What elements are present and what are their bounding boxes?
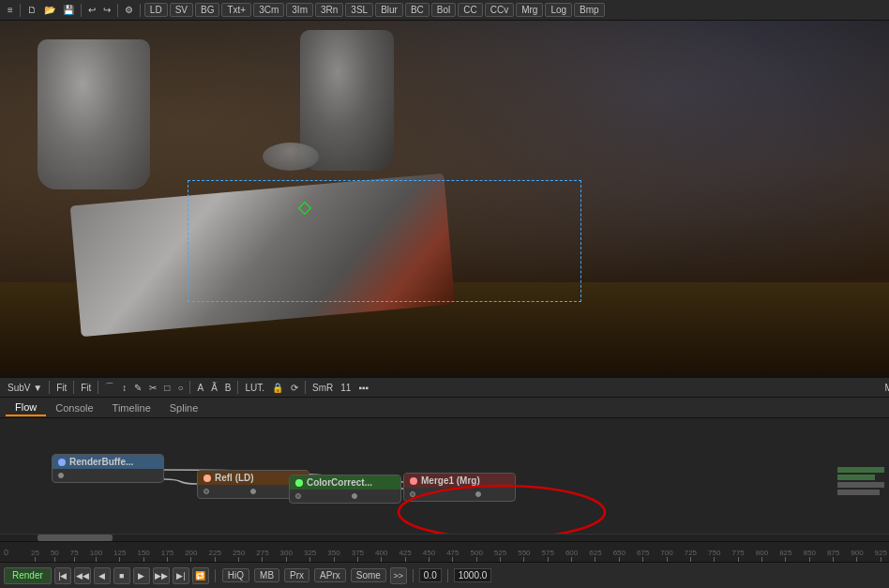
toolbar-tab-blur[interactable]: Blur [375, 3, 403, 17]
fit-btn-2[interactable]: Fit [77, 382, 95, 394]
tab-spline[interactable]: Spline [160, 400, 208, 415]
tick-group-775: 775 [731, 549, 744, 562]
toolbar-tab-ld[interactable]: LD [144, 3, 168, 17]
port-in-dot-m1[interactable] [410, 491, 415, 497]
frame-counter-total[interactable]: 1000.0 [454, 568, 492, 582]
port-out-dot-m1[interactable] [475, 491, 481, 497]
toolbar-tab-cc[interactable]: CC [458, 3, 482, 17]
tick-group-300: 300 [280, 549, 293, 562]
tool-icon-rect[interactable]: □ [160, 382, 173, 394]
toolbar-icon-open[interactable]: 📂 [40, 4, 59, 16]
toolbar-tab-3sl[interactable]: 3SL [345, 3, 373, 17]
refresh-btn[interactable]: ⟳ [287, 382, 302, 394]
toolbar-tab-3rn[interactable]: 3Rn [315, 3, 343, 17]
tool-icon-4[interactable]: ✂ [145, 382, 160, 394]
viewport-area: SubV ▼ Fit Fit ⌒ ↕ ✎ ✂ □ ○ A Ã B LUT. 🔒 … [0, 21, 889, 588]
fit-btn-1[interactable]: Fit [53, 382, 70, 394]
main-layout: SubV ▼ Fit Fit ⌒ ↕ ✎ ✂ □ ○ A Ã B LUT. 🔒 … [0, 21, 889, 588]
text-btn-afont[interactable]: Ã [207, 382, 221, 394]
port-in-dot-cc[interactable] [295, 493, 301, 499]
toolbar-icon-settings[interactable]: ⚙ [121, 4, 137, 16]
toolbar-tab-ccv[interactable]: CCv [485, 3, 514, 17]
play-to-end[interactable]: ▶| [173, 567, 189, 584]
toolbar-tab-3im[interactable]: 3Im [286, 3, 313, 17]
hiq-btn[interactable]: HiQ [222, 568, 249, 582]
viewport-3d[interactable] [0, 21, 889, 377]
timeline-ticks: const tl = document.querySelector('.time… [12, 542, 889, 562]
tick-group-125: 125 [113, 549, 126, 562]
tool-icon-2[interactable]: ↕ [118, 382, 130, 394]
tick-group-650: 650 [613, 549, 625, 562]
sep4 [140, 4, 141, 17]
node-editor-scrollbar[interactable] [0, 534, 889, 541]
toolbar-tab-bol[interactable]: Bol [431, 3, 456, 17]
loop-btn[interactable]: 🔁 [192, 567, 209, 584]
toolbar-tab-bc[interactable]: BC [405, 3, 429, 17]
toolbar-tab-sv[interactable]: SV [170, 3, 193, 17]
timeline-ruler[interactable]: 0 const tl = document.querySelector('.ti… [0, 541, 889, 562]
smr-value[interactable]: 11 [337, 382, 354, 394]
node-renderbuffer[interactable]: RenderBuffe... [52, 454, 164, 483]
lock-btn[interactable]: 🔒 [268, 382, 287, 394]
toolbar-tab-3cm[interactable]: 3Cm [253, 3, 284, 17]
tab-console[interactable]: Console [46, 400, 102, 415]
menu-file[interactable]: ≡ [4, 4, 17, 16]
prx-btn[interactable]: Prx [284, 568, 309, 582]
toolbar-tab-txt+[interactable]: Txt+ [221, 3, 251, 17]
sep [98, 381, 98, 394]
tab-flow[interactable]: Flow [6, 400, 46, 416]
aprx-btn[interactable]: APrx [314, 568, 346, 582]
text-btn-a[interactable]: A [193, 382, 207, 394]
tick-group-150: 150 [137, 549, 149, 562]
node-renderbuffer-label: RenderBuffe... [69, 457, 133, 467]
node-colorcorrect[interactable]: ColorCorrect... [289, 475, 401, 504]
port-in-dot-refl[interactable] [203, 489, 209, 494]
toolbar-tab-log[interactable]: Log [545, 3, 572, 17]
subv-dropdown[interactable]: SubV ▼ [4, 382, 46, 394]
toolbar-icon-redo[interactable]: ↪ [99, 4, 114, 16]
toolbar-tab-mrg[interactable]: Mrg [516, 3, 543, 17]
viewport-bottom-toolbar: SubV ▼ Fit Fit ⌒ ↕ ✎ ✂ □ ○ A Ã B LUT. 🔒 … [0, 377, 889, 398]
smr-gauge[interactable]: ▪▪▪ [354, 382, 372, 394]
toolbar-tab-bmp[interactable]: Bmp [574, 3, 605, 17]
node-cc-label: ColorCorrect... [307, 477, 372, 488]
tick-group-500: 500 [470, 549, 482, 562]
step-back[interactable]: ◀◀ [74, 567, 91, 584]
scrollbar-thumb[interactable] [38, 535, 113, 541]
toolbar-tab-bg[interactable]: BG [195, 3, 219, 17]
toolbar-icon-undo[interactable]: ↩ [84, 4, 99, 16]
tick-group-875: 875 [827, 549, 839, 562]
tick-group-100: 100 [90, 549, 102, 562]
node-merge1-port [410, 490, 509, 498]
port-out-dot-cc[interactable] [352, 493, 357, 499]
mb-btn[interactable]: MB [254, 568, 279, 582]
step-fwd[interactable]: ▶▶ [153, 567, 170, 584]
some-btn[interactable]: Some [351, 568, 386, 582]
render-button[interactable]: Render [4, 567, 52, 584]
play-back[interactable]: ◀ [94, 567, 111, 584]
node-editor[interactable]: Flow Console Timeline Spline ℹ [0, 398, 889, 534]
forward-skip[interactable]: >> [390, 567, 407, 584]
frame-counter-current[interactable]: 0.0 [419, 568, 442, 582]
scene-mug1 [38, 39, 150, 189]
smr-label: SmR [309, 382, 337, 394]
toolbar-icon-save[interactable]: 💾 [59, 4, 78, 16]
tool-icon-circle[interactable]: ○ [173, 382, 187, 394]
node-canvas[interactable]: RenderBuffe... Refl (LD) [0, 418, 889, 534]
stop[interactable]: ■ [113, 567, 130, 584]
port-out-dot[interactable] [58, 473, 64, 478]
tick-group-625: 625 [589, 549, 601, 562]
tool-icon-1[interactable]: ⌒ [101, 380, 118, 395]
play-fwd[interactable]: ▶ [133, 567, 150, 584]
toolbar-icon-new[interactable]: 🗋 [23, 4, 40, 16]
play-to-start[interactable]: |◀ [54, 567, 71, 584]
port-out-dot-refl[interactable] [250, 489, 256, 494]
tool-icon-3[interactable]: ✎ [130, 382, 145, 394]
tab-timeline[interactable]: Timeline [103, 400, 160, 415]
node-cc-body [290, 490, 400, 503]
tick-group-550: 550 [518, 549, 530, 562]
lut-btn[interactable]: LUT. [241, 382, 268, 394]
text-btn-b[interactable]: B [221, 382, 235, 394]
node-merge1-body [404, 488, 515, 501]
tick-group-350: 350 [327, 549, 339, 562]
